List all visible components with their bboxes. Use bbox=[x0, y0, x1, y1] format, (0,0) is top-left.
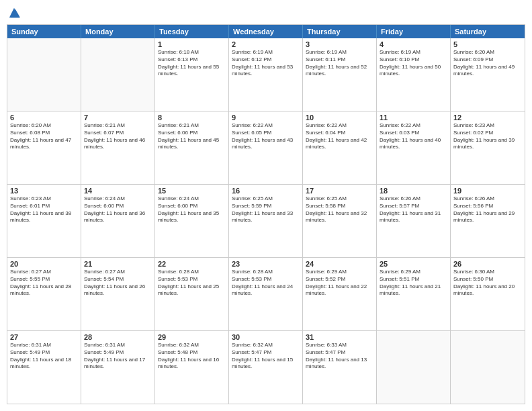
day-cell-4: 4Sunrise: 6:19 AM Sunset: 6:10 PM Daylig… bbox=[377, 38, 451, 111]
logo-icon bbox=[8, 7, 20, 19]
cell-info: Sunrise: 6:28 AM Sunset: 5:53 PM Dayligh… bbox=[232, 269, 300, 298]
calendar-row-4: 20Sunrise: 6:27 AM Sunset: 5:55 PM Dayli… bbox=[7, 257, 525, 330]
day-cell-15: 15Sunrise: 6:24 AM Sunset: 6:00 PM Dayli… bbox=[155, 185, 229, 257]
calendar-row-3: 13Sunrise: 6:23 AM Sunset: 6:01 PM Dayli… bbox=[7, 184, 525, 257]
header-day-friday: Friday bbox=[377, 25, 451, 38]
day-cell-8: 8Sunrise: 6:21 AM Sunset: 6:06 PM Daylig… bbox=[155, 111, 229, 184]
day-number: 3 bbox=[306, 40, 373, 48]
day-cell-21: 21Sunrise: 6:27 AM Sunset: 5:54 PM Dayli… bbox=[81, 258, 155, 330]
cell-info: Sunrise: 6:32 AM Sunset: 5:48 PM Dayligh… bbox=[158, 342, 226, 371]
cell-info: Sunrise: 6:28 AM Sunset: 5:53 PM Dayligh… bbox=[158, 269, 226, 298]
day-cell-30: 30Sunrise: 6:32 AM Sunset: 5:47 PM Dayli… bbox=[229, 331, 303, 404]
calendar-row-5: 27Sunrise: 6:31 AM Sunset: 5:49 PM Dayli… bbox=[7, 330, 525, 404]
cell-info: Sunrise: 6:29 AM Sunset: 5:51 PM Dayligh… bbox=[380, 269, 447, 298]
cell-info: Sunrise: 6:27 AM Sunset: 5:54 PM Dayligh… bbox=[84, 269, 152, 298]
cell-info: Sunrise: 6:26 AM Sunset: 5:57 PM Dayligh… bbox=[380, 195, 447, 224]
day-cell-17: 17Sunrise: 6:25 AM Sunset: 5:58 PM Dayli… bbox=[303, 185, 377, 257]
cell-info: Sunrise: 6:19 AM Sunset: 6:10 PM Dayligh… bbox=[380, 49, 447, 78]
cell-info: Sunrise: 6:31 AM Sunset: 5:49 PM Dayligh… bbox=[10, 342, 78, 371]
day-cell-23: 23Sunrise: 6:28 AM Sunset: 5:53 PM Dayli… bbox=[229, 258, 303, 330]
day-number: 6 bbox=[10, 113, 78, 122]
cell-info: Sunrise: 6:27 AM Sunset: 5:55 PM Dayligh… bbox=[10, 269, 78, 298]
day-number: 1 bbox=[158, 40, 226, 48]
day-number: 27 bbox=[10, 333, 78, 341]
day-number: 10 bbox=[306, 113, 373, 122]
cell-info: Sunrise: 6:22 AM Sunset: 6:04 PM Dayligh… bbox=[306, 122, 373, 151]
day-cell-14: 14Sunrise: 6:24 AM Sunset: 6:00 PM Dayli… bbox=[81, 185, 155, 257]
cell-info: Sunrise: 6:19 AM Sunset: 6:12 PM Dayligh… bbox=[232, 49, 300, 78]
day-number: 16 bbox=[232, 187, 300, 195]
cell-info: Sunrise: 6:19 AM Sunset: 6:11 PM Dayligh… bbox=[306, 49, 373, 78]
cell-info: Sunrise: 6:31 AM Sunset: 5:49 PM Dayligh… bbox=[84, 342, 152, 371]
day-number: 25 bbox=[380, 260, 447, 268]
day-number: 7 bbox=[84, 113, 152, 122]
day-number: 26 bbox=[453, 260, 522, 268]
calendar-row-1: 1Sunrise: 6:18 AM Sunset: 6:13 PM Daylig… bbox=[7, 38, 525, 111]
day-cell-2: 2Sunrise: 6:19 AM Sunset: 6:12 PM Daylig… bbox=[229, 38, 303, 111]
cell-info: Sunrise: 6:20 AM Sunset: 6:09 PM Dayligh… bbox=[453, 49, 522, 78]
cell-info: Sunrise: 6:30 AM Sunset: 5:50 PM Dayligh… bbox=[453, 269, 522, 298]
day-cell-9: 9Sunrise: 6:22 AM Sunset: 6:05 PM Daylig… bbox=[229, 111, 303, 184]
header-day-tuesday: Tuesday bbox=[155, 25, 229, 38]
header-day-sunday: Sunday bbox=[7, 25, 81, 38]
cell-info: Sunrise: 6:24 AM Sunset: 6:00 PM Dayligh… bbox=[158, 195, 226, 224]
cell-info: Sunrise: 6:26 AM Sunset: 5:56 PM Dayligh… bbox=[453, 195, 522, 224]
empty-cell bbox=[7, 38, 81, 111]
day-number: 18 bbox=[380, 187, 447, 195]
day-number: 31 bbox=[306, 333, 373, 341]
day-cell-13: 13Sunrise: 6:23 AM Sunset: 6:01 PM Dayli… bbox=[7, 185, 81, 257]
cell-info: Sunrise: 6:23 AM Sunset: 6:02 PM Dayligh… bbox=[453, 122, 522, 151]
day-number: 22 bbox=[158, 260, 226, 268]
cell-info: Sunrise: 6:18 AM Sunset: 6:13 PM Dayligh… bbox=[158, 49, 226, 78]
day-number: 12 bbox=[453, 113, 522, 122]
calendar-header: SundayMondayTuesdayWednesdayThursdayFrid… bbox=[7, 25, 525, 38]
day-cell-3: 3Sunrise: 6:19 AM Sunset: 6:11 PM Daylig… bbox=[303, 38, 377, 111]
day-cell-26: 26Sunrise: 6:30 AM Sunset: 5:50 PM Dayli… bbox=[451, 258, 525, 330]
cell-info: Sunrise: 6:21 AM Sunset: 6:06 PM Dayligh… bbox=[158, 122, 226, 151]
day-number: 28 bbox=[84, 333, 152, 341]
cell-info: Sunrise: 6:29 AM Sunset: 5:52 PM Dayligh… bbox=[306, 269, 373, 298]
header-day-wednesday: Wednesday bbox=[229, 25, 303, 38]
cell-info: Sunrise: 6:33 AM Sunset: 5:47 PM Dayligh… bbox=[306, 342, 373, 371]
cell-info: Sunrise: 6:21 AM Sunset: 6:07 PM Dayligh… bbox=[84, 122, 152, 151]
day-number: 24 bbox=[306, 260, 373, 268]
day-cell-12: 12Sunrise: 6:23 AM Sunset: 6:02 PM Dayli… bbox=[451, 111, 525, 184]
logo bbox=[7, 7, 20, 19]
empty-cell bbox=[81, 38, 155, 111]
day-number: 20 bbox=[10, 260, 78, 268]
day-number: 29 bbox=[158, 333, 226, 341]
day-cell-1: 1Sunrise: 6:18 AM Sunset: 6:13 PM Daylig… bbox=[155, 38, 229, 111]
cell-info: Sunrise: 6:20 AM Sunset: 6:08 PM Dayligh… bbox=[10, 122, 78, 151]
header-day-monday: Monday bbox=[81, 25, 155, 38]
day-number: 13 bbox=[10, 187, 78, 195]
day-cell-18: 18Sunrise: 6:26 AM Sunset: 5:57 PM Dayli… bbox=[377, 185, 451, 257]
day-cell-5: 5Sunrise: 6:20 AM Sunset: 6:09 PM Daylig… bbox=[451, 38, 525, 111]
day-number: 5 bbox=[453, 40, 522, 48]
cell-info: Sunrise: 6:23 AM Sunset: 6:01 PM Dayligh… bbox=[10, 195, 78, 224]
day-cell-31: 31Sunrise: 6:33 AM Sunset: 5:47 PM Dayli… bbox=[303, 331, 377, 404]
day-number: 19 bbox=[453, 187, 522, 195]
day-cell-19: 19Sunrise: 6:26 AM Sunset: 5:56 PM Dayli… bbox=[451, 185, 525, 257]
day-number: 11 bbox=[380, 113, 447, 122]
empty-cell bbox=[451, 331, 525, 404]
day-cell-16: 16Sunrise: 6:25 AM Sunset: 5:59 PM Dayli… bbox=[229, 185, 303, 257]
page: SundayMondayTuesdayWednesdayThursdayFrid… bbox=[0, 0, 532, 411]
empty-cell bbox=[377, 331, 451, 404]
header bbox=[7, 7, 525, 19]
day-cell-10: 10Sunrise: 6:22 AM Sunset: 6:04 PM Dayli… bbox=[303, 111, 377, 184]
header-day-saturday: Saturday bbox=[451, 25, 525, 38]
day-number: 4 bbox=[380, 40, 447, 48]
day-cell-25: 25Sunrise: 6:29 AM Sunset: 5:51 PM Dayli… bbox=[377, 258, 451, 330]
calendar-row-2: 6Sunrise: 6:20 AM Sunset: 6:08 PM Daylig… bbox=[7, 111, 525, 184]
day-number: 23 bbox=[232, 260, 300, 268]
day-cell-7: 7Sunrise: 6:21 AM Sunset: 6:07 PM Daylig… bbox=[81, 111, 155, 184]
day-number: 15 bbox=[158, 187, 226, 195]
day-number: 2 bbox=[232, 40, 300, 48]
cell-info: Sunrise: 6:24 AM Sunset: 6:00 PM Dayligh… bbox=[84, 195, 152, 224]
day-cell-29: 29Sunrise: 6:32 AM Sunset: 5:48 PM Dayli… bbox=[155, 331, 229, 404]
calendar-body: 1Sunrise: 6:18 AM Sunset: 6:13 PM Daylig… bbox=[7, 38, 525, 404]
day-cell-22: 22Sunrise: 6:28 AM Sunset: 5:53 PM Dayli… bbox=[155, 258, 229, 330]
day-number: 21 bbox=[84, 260, 152, 268]
day-number: 14 bbox=[84, 187, 152, 195]
day-cell-28: 28Sunrise: 6:31 AM Sunset: 5:49 PM Dayli… bbox=[81, 331, 155, 404]
